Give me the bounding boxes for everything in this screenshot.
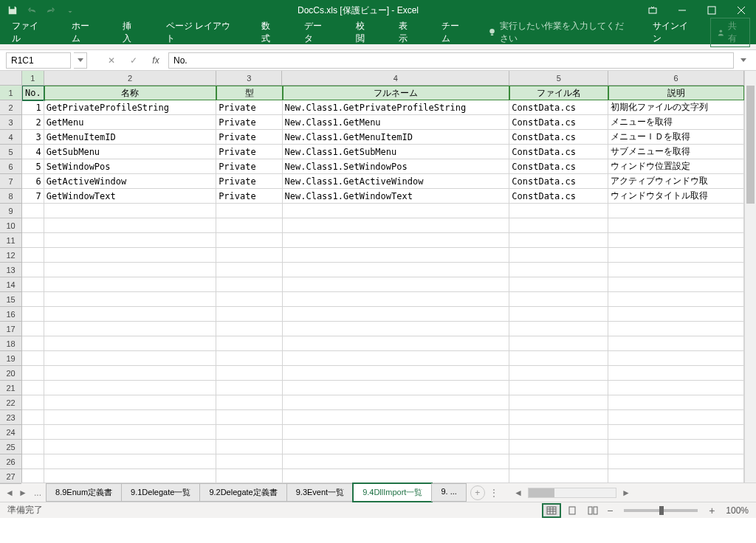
cell[interactable] bbox=[44, 351, 216, 366]
cell[interactable]: 4 bbox=[22, 145, 44, 159]
cell[interactable] bbox=[509, 425, 608, 440]
cell[interactable] bbox=[44, 366, 216, 381]
cell[interactable]: 2 bbox=[22, 115, 44, 130]
cell[interactable] bbox=[44, 292, 216, 307]
cell[interactable]: ConstData.cs bbox=[509, 174, 608, 189]
cell[interactable] bbox=[283, 322, 510, 336]
row-header[interactable]: 1 bbox=[0, 86, 21, 100]
row-header[interactable]: 2 bbox=[0, 100, 21, 115]
tab-insert[interactable]: 挿入 bbox=[117, 17, 145, 48]
cell[interactable]: アクティブウィンドウ取 bbox=[608, 174, 744, 189]
cell[interactable]: メニューＩＤを取得 bbox=[608, 130, 744, 145]
cell[interactable] bbox=[216, 307, 282, 322]
cell[interactable] bbox=[283, 381, 510, 395]
row-header[interactable]: 20 bbox=[0, 366, 21, 381]
cell[interactable] bbox=[22, 322, 44, 336]
cell[interactable]: GetMenu bbox=[44, 115, 216, 130]
qat-dropdown-icon[interactable] bbox=[62, 2, 78, 18]
cell[interactable] bbox=[22, 292, 44, 307]
cell[interactable] bbox=[608, 292, 744, 307]
row-header[interactable]: 17 bbox=[0, 322, 21, 336]
cell[interactable] bbox=[216, 218, 282, 233]
cell[interactable] bbox=[216, 204, 282, 218]
cell[interactable]: ConstData.cs bbox=[509, 189, 608, 204]
cell[interactable]: New.Class1.GetMenu bbox=[283, 115, 510, 130]
cell[interactable] bbox=[283, 233, 510, 248]
cell[interactable] bbox=[44, 454, 216, 469]
new-sheet-button[interactable]: + bbox=[470, 485, 485, 500]
cell[interactable] bbox=[216, 263, 282, 277]
cell[interactable] bbox=[608, 204, 744, 218]
name-box[interactable]: R1C1 bbox=[6, 52, 71, 69]
cell[interactable]: Private bbox=[216, 159, 282, 174]
cell[interactable] bbox=[22, 277, 44, 292]
row-header[interactable]: 5 bbox=[0, 145, 21, 159]
tab-layout[interactable]: ページ レイアウト bbox=[160, 17, 241, 48]
cell[interactable] bbox=[216, 440, 282, 454]
cell[interactable]: Private bbox=[216, 145, 282, 159]
cell[interactable] bbox=[608, 395, 744, 410]
cell[interactable] bbox=[509, 395, 608, 410]
tab-scroll-left-icon[interactable]: ◄ bbox=[3, 486, 16, 499]
cell[interactable] bbox=[283, 410, 510, 425]
cell[interactable]: 型 bbox=[216, 86, 282, 100]
cell[interactable] bbox=[608, 440, 744, 454]
cell[interactable] bbox=[216, 336, 282, 351]
cell[interactable] bbox=[283, 440, 510, 454]
cell[interactable]: 5 bbox=[22, 159, 44, 174]
cell[interactable] bbox=[44, 336, 216, 351]
cell[interactable] bbox=[608, 381, 744, 395]
cell[interactable]: ウィンドウタイトル取得 bbox=[608, 189, 744, 204]
cell[interactable] bbox=[509, 233, 608, 248]
page-break-view-button[interactable] bbox=[584, 504, 602, 517]
cell[interactable] bbox=[44, 307, 216, 322]
cell[interactable] bbox=[509, 351, 608, 366]
tab-view[interactable]: 表示 bbox=[393, 17, 421, 48]
cell[interactable] bbox=[509, 248, 608, 263]
cell[interactable] bbox=[44, 322, 216, 336]
cell[interactable] bbox=[608, 307, 744, 322]
cell[interactable]: Private bbox=[216, 174, 282, 189]
vertical-scrollbar[interactable] bbox=[744, 71, 756, 483]
tabs-overflow-left[interactable]: ... bbox=[30, 488, 46, 498]
cell[interactable] bbox=[216, 351, 282, 366]
cell[interactable] bbox=[608, 322, 744, 336]
sheet-tab[interactable]: 8.9Enum定義書 bbox=[46, 483, 122, 502]
cell[interactable] bbox=[216, 292, 282, 307]
cell[interactable] bbox=[22, 263, 44, 277]
namebox-dropdown-icon[interactable] bbox=[74, 52, 87, 69]
cell[interactable] bbox=[44, 395, 216, 410]
cell[interactable] bbox=[283, 204, 510, 218]
redo-icon[interactable] bbox=[43, 2, 59, 18]
cell[interactable]: メニューを取得 bbox=[608, 115, 744, 130]
cell[interactable] bbox=[216, 469, 282, 483]
fx-icon[interactable]: fx bbox=[146, 52, 165, 69]
cell[interactable] bbox=[22, 336, 44, 351]
scroll-thumb[interactable] bbox=[746, 86, 755, 204]
cell[interactable] bbox=[216, 381, 282, 395]
row-header[interactable]: 6 bbox=[0, 159, 21, 174]
cell[interactable] bbox=[283, 336, 510, 351]
cell[interactable]: New.Class1.SetWindowPos bbox=[283, 159, 510, 174]
cell[interactable] bbox=[283, 351, 510, 366]
row-header[interactable]: 16 bbox=[0, 307, 21, 322]
cell[interactable] bbox=[22, 410, 44, 425]
cell[interactable] bbox=[608, 263, 744, 277]
cell[interactable]: New.Class1.GetWindowText bbox=[283, 189, 510, 204]
cell[interactable]: 名称 bbox=[44, 86, 216, 100]
row-header[interactable]: 19 bbox=[0, 351, 21, 366]
sheet-tab[interactable]: 9.3Event一覧 bbox=[286, 483, 354, 502]
cell[interactable] bbox=[22, 218, 44, 233]
cell[interactable] bbox=[509, 263, 608, 277]
cell[interactable] bbox=[44, 440, 216, 454]
signin-link[interactable]: サインイン bbox=[647, 17, 698, 48]
cell[interactable] bbox=[608, 454, 744, 469]
sheet-tab[interactable]: 9. ... bbox=[431, 483, 466, 502]
cell[interactable] bbox=[22, 440, 44, 454]
row-header[interactable]: 10 bbox=[0, 218, 21, 233]
row-header[interactable]: 11 bbox=[0, 233, 21, 248]
cell[interactable] bbox=[509, 277, 608, 292]
column-header[interactable]: 6 bbox=[608, 71, 744, 85]
row-header[interactable]: 7 bbox=[0, 174, 21, 189]
cell[interactable] bbox=[509, 366, 608, 381]
